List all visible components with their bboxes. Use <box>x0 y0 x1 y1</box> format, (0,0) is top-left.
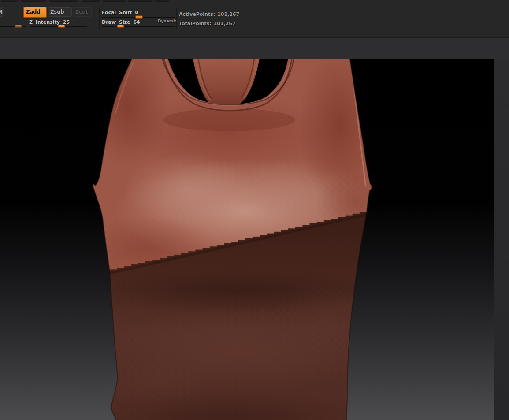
zcut-button[interactable]: Zcut <box>73 7 92 17</box>
focal-shift-slider-handle[interactable] <box>135 15 143 19</box>
shelf-button-stub[interactable] <box>49 0 78 2</box>
canvas-right-gutter <box>494 59 509 420</box>
shelf-button-stub[interactable] <box>128 0 152 2</box>
shelf-button-stub[interactable] <box>21 0 46 2</box>
rgb-intensity-slider-handle[interactable] <box>15 25 22 28</box>
zsub-button[interactable]: Zsub <box>48 7 72 17</box>
dynamic-toggle[interactable]: Dynamic <box>158 19 177 23</box>
total-points-readout: TotalPoints:101,267 <box>179 21 236 26</box>
shelf-button-stub-row <box>1 0 169 2</box>
zadd-button[interactable]: Zadd <box>23 7 47 18</box>
draw-size-slider[interactable] <box>102 26 175 27</box>
shelf-divider <box>176 8 177 29</box>
focal-shift-label: Focal Shift 0 <box>102 10 138 15</box>
shelf-button-stub[interactable] <box>155 0 169 2</box>
top-shelf-bar: M Zadd Zsub Zcut Z Intensity 25 Focal Sh… <box>0 0 509 37</box>
shelf-button-stub[interactable] <box>103 0 125 2</box>
zbrush-window: M Zadd Zsub Zcut Z Intensity 25 Focal Sh… <box>0 0 509 420</box>
active-points-readout: ActivePoints:101,267 <box>179 11 239 17</box>
rgb-intensity-slider-partial[interactable] <box>0 26 26 27</box>
shelf-button-stub[interactable] <box>1 0 18 2</box>
empty-shelf-strip <box>0 37 509 59</box>
m-button-partial[interactable]: M <box>0 7 4 17</box>
z-intensity-slider-handle[interactable] <box>58 25 65 28</box>
draw-size-slider-handle[interactable] <box>117 25 124 28</box>
shelf-button-stub[interactable] <box>82 0 100 2</box>
sculpt-canvas-viewport[interactable] <box>0 59 494 420</box>
sculpt-model-tank-top <box>0 59 494 420</box>
shelf-divider <box>99 8 100 29</box>
